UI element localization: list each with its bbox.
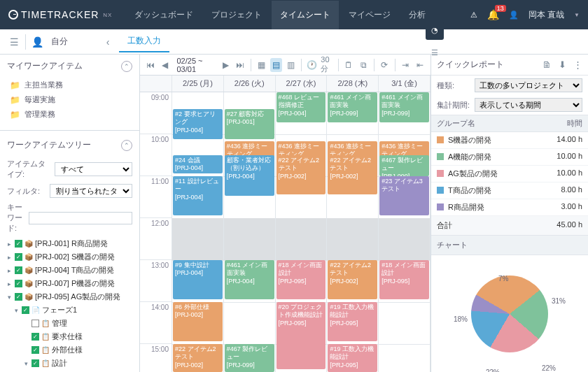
calendar-event[interactable]: #2 要求ヒアリング[PRJ-004] xyxy=(173,109,223,139)
export-icon[interactable]: ⇥ xyxy=(400,60,412,70)
chevron-icon[interactable]: ▸ xyxy=(6,267,13,274)
calendar-event[interactable]: #27 顧客対応[PRJ-001] xyxy=(225,109,274,139)
tree-item[interactable]: ▾✓📦[PRJ-095] AG製品の開発 xyxy=(3,290,136,303)
calendar-event[interactable]: #461 メイン画面実装[PRJ-099] xyxy=(328,92,377,122)
calendar-event[interactable]: #18 メイン画面設計[PRJ-095] xyxy=(379,260,429,299)
calendar-event[interactable]: #23 アイテム3テスト xyxy=(379,176,429,215)
calendar-event[interactable]: #11 設計レビュー[PRJ-004] xyxy=(173,176,223,215)
calendar-event[interactable]: 顧客・業者対応（割り込み）[PRJ-004] xyxy=(225,155,274,196)
calendar-event[interactable]: #461 メイン画面実装[PRJ-004] xyxy=(225,260,274,299)
chevron-icon[interactable]: ▾ xyxy=(13,307,20,314)
tree-item[interactable]: ✓📋要求仕様 xyxy=(3,330,136,343)
copy-icon[interactable]: ⧉ xyxy=(358,60,370,70)
tree-item[interactable]: ✓📋外部仕様 xyxy=(3,343,136,357)
cal-month-icon[interactable]: ▦ xyxy=(255,60,267,70)
bell-icon[interactable]: 🔔13 xyxy=(487,9,499,20)
note-icon[interactable]: 🗒 xyxy=(342,60,354,70)
report-row[interactable]: AG製品の開発10.00 h xyxy=(431,166,588,183)
tree-item[interactable]: ▸✓📦[PRJ-004] T商品の開発 xyxy=(3,264,136,277)
date-range[interactable]: 02/25 ~ 03/01 xyxy=(174,57,216,73)
alert-icon[interactable]: ⚠ xyxy=(470,10,477,20)
calendar-event[interactable]: #468 レビュー指摘修正[PRJ-004] xyxy=(276,92,326,122)
day-header[interactable]: 2/25 (月) xyxy=(172,76,224,92)
calendar-event[interactable]: #461 メイン画面実装[PRJ-099] xyxy=(379,92,429,122)
type-select[interactable]: 工数の多いプロジェクト xyxy=(475,78,582,92)
day-header[interactable]: 3/1 (金) xyxy=(379,76,430,92)
calendar-event[interactable]: #19 工数入力機能設計[PRJ-095] xyxy=(328,302,377,341)
itemtype-select[interactable]: すべて xyxy=(55,162,132,176)
chevron-icon[interactable]: ▸ xyxy=(6,254,13,261)
calendar-event[interactable]: #19 工数入力機能設計[PRJ-095] xyxy=(328,344,377,372)
day-column[interactable]: #2 要求ヒアリング[PRJ-004]#24 会議[PRJ-004]#11 設計… xyxy=(172,92,224,372)
calendar-event[interactable]: #467 製作レビュー[PRJ-099] xyxy=(225,344,274,372)
interval-label[interactable]: 30分 xyxy=(321,55,333,74)
report-row[interactable]: A機能の開発10.00 h xyxy=(431,149,588,166)
nav-tab-2[interactable]: タイムシート xyxy=(272,1,339,29)
day-header[interactable]: 2/27 (水) xyxy=(276,76,328,92)
calendar-event[interactable]: #22 アイテム2テスト[PRJ-002] xyxy=(328,260,377,299)
next-icon[interactable]: ▶ xyxy=(219,60,231,70)
chevron-icon[interactable]: ▾ xyxy=(22,360,29,367)
checkbox[interactable]: ✓ xyxy=(15,253,22,261)
keyword-input[interactable] xyxy=(29,212,132,224)
brand-logo[interactable]: TIMETRACKER NX xyxy=(8,9,112,20)
more-icon[interactable]: ⋮ xyxy=(573,59,582,70)
tree-item[interactable]: ▾✓📄フェーズ1 xyxy=(3,303,136,317)
prev-icon[interactable]: ◀ xyxy=(159,60,171,70)
last-icon[interactable]: ⏭ xyxy=(234,60,246,70)
import-icon[interactable]: ⇤ xyxy=(414,60,426,70)
tree-item[interactable]: ▸✓📦[PRJ-002] S機器の開発 xyxy=(3,250,136,264)
cal-week-icon[interactable]: ▤ xyxy=(270,58,282,72)
folder-item[interactable]: 📁管理業務 xyxy=(6,107,134,122)
checkbox[interactable]: ✓ xyxy=(31,346,39,354)
doc-icon[interactable]: 🗎 xyxy=(542,59,552,70)
folder-item[interactable]: 📁毎週実施 xyxy=(6,92,134,107)
tree-item[interactable]: ▾✓📋設計 xyxy=(3,357,136,370)
calendar-event[interactable]: #467 製作レビュー[PRJ-099] xyxy=(379,155,429,176)
cal-day-icon[interactable]: ▥ xyxy=(285,60,297,70)
checkbox[interactable]: ✓ xyxy=(15,280,22,287)
calendar-event[interactable]: #18 メイン画面設計[PRJ-095] xyxy=(276,260,326,299)
view-pie-icon[interactable]: ◔ xyxy=(426,22,444,40)
chevron-left-icon[interactable]: ‹ xyxy=(99,36,116,48)
collapse-icon[interactable]: ⌃ xyxy=(121,61,132,72)
report-row[interactable]: S機器の開発14.00 h xyxy=(431,132,588,149)
day-column[interactable]: #27 顧客対応[PRJ-001]#436 進捗ミーティング[PRJ-002]顧… xyxy=(224,92,276,372)
checkbox[interactable]: ✓ xyxy=(31,333,39,341)
calendar-event[interactable]: #9 集中設計[PRJ-004] xyxy=(173,260,223,299)
calendar-event[interactable]: #22 アイテム2テスト[PRJ-002] xyxy=(276,155,326,194)
person-icon[interactable]: 👤 xyxy=(29,36,46,48)
calendar-event[interactable]: #22 アイテム2テスト[PRJ-002] xyxy=(328,155,377,194)
checkbox[interactable]: ✓ xyxy=(22,306,29,314)
calendar-event[interactable]: #6 外部仕様[PRJ-002] xyxy=(173,302,223,341)
report-row[interactable]: T商品の開発8.00 h xyxy=(431,183,588,199)
menu-icon[interactable]: ☰ xyxy=(6,36,22,48)
first-icon[interactable]: ⏮ xyxy=(144,60,156,70)
day-header[interactable]: 2/28 (木) xyxy=(327,76,379,92)
nav-tab-1[interactable]: プロジェクト xyxy=(203,1,270,29)
subbar-title[interactable]: 工数入力 xyxy=(119,31,169,52)
calendar-event[interactable]: #22 アイテム2テスト[PRJ-002] xyxy=(173,344,223,372)
filter-select[interactable]: 割り当てられたタ xyxy=(50,184,132,198)
checkbox[interactable] xyxy=(31,320,39,327)
folder-item[interactable]: 📁主担当業務 xyxy=(6,78,134,92)
collapse-icon[interactable]: ⌃ xyxy=(121,140,132,151)
checkbox[interactable]: ✓ xyxy=(31,359,39,367)
user-name[interactable]: 岡本 直哉 xyxy=(528,9,564,21)
download-icon[interactable]: ⬇ xyxy=(559,59,566,70)
chevron-icon[interactable]: ▸ xyxy=(6,241,13,248)
clock-icon[interactable]: 🕐 xyxy=(306,60,318,70)
tree-item[interactable]: ▸✓📦[PRJ-007] P機器の開発 xyxy=(3,277,136,290)
chevron-icon[interactable]: ▸ xyxy=(6,280,13,287)
checkbox[interactable]: ✓ xyxy=(15,293,22,301)
period-select[interactable]: 表示している期間 xyxy=(475,98,582,112)
calendar-event[interactable]: #24 会議[PRJ-004] xyxy=(173,155,223,173)
day-header[interactable]: 2/26 (火) xyxy=(224,76,276,92)
timesheet-grid[interactable]: 09:0010:0011:0012:0013:0014:0015:00 #2 要… xyxy=(140,92,430,372)
chevron-down-icon[interactable]: ▼ xyxy=(574,12,580,18)
nav-tab-0[interactable]: ダッシュボード xyxy=(126,1,202,29)
checkbox[interactable]: ✓ xyxy=(15,240,22,248)
tree-item[interactable]: ▸✓📦[PRJ-001] R商品開発 xyxy=(3,237,136,250)
calendar-event[interactable]: #20 プロジェクト作成機能設計[PRJ-095] xyxy=(276,302,326,369)
day-column[interactable]: #468 レビュー指摘修正[PRJ-004]#436 進捗ミーティング[PRJ-… xyxy=(276,92,328,372)
